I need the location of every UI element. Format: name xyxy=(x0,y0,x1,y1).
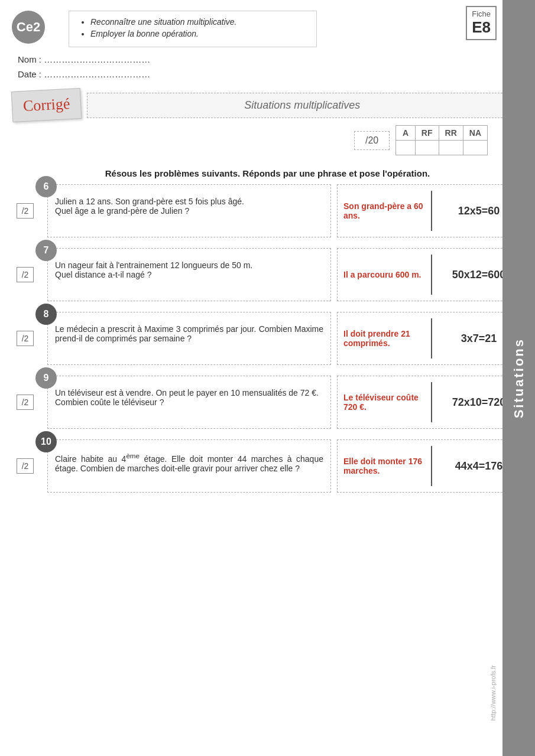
nom-label: Nom : ……………………………… xyxy=(18,54,517,64)
objective-2: Employer la bonne opération. xyxy=(90,29,306,38)
sidebar-label: Situations xyxy=(511,338,527,418)
problem-row-4: 9/2Un téléviseur est à vendre. On peut l… xyxy=(9,376,526,429)
grade-header-a: A xyxy=(396,126,416,141)
grade-cell-na xyxy=(463,141,487,155)
problem-number-3: 8 xyxy=(35,304,57,325)
score-row: /20 A RF RR NA xyxy=(0,120,535,155)
date-label: Date : ……………………………… xyxy=(18,69,517,79)
problem-text-3: Le médecin a prescrit à Maxime 3 comprim… xyxy=(47,312,331,365)
answer-box-3: Il doit prendre 21 comprimés.3x7=21 xyxy=(337,312,526,365)
problem-number-1: 6 xyxy=(35,176,57,197)
problems-section: 6/2Julien a 12 ans. Son grand-père est 5… xyxy=(0,184,535,493)
problem-row-2: 7/2Un nageur fait à l'entrainement 12 lo… xyxy=(9,248,526,301)
problem-number-4: 9 xyxy=(35,367,57,389)
problem-text-5: Claire habite au 4ème étage. Elle doit m… xyxy=(47,439,331,493)
answer-phrase-4: Le téléviseur coûte 720 €. xyxy=(338,376,431,428)
corrige-section: Corrigé Situations multiplicatives xyxy=(0,84,535,120)
problem-number-2: 7 xyxy=(35,240,57,261)
answer-box-2: Il a parcouru 600 m.50x12=600 xyxy=(337,248,526,301)
answer-phrase-1: Son grand-père a 60 ans. xyxy=(338,185,431,237)
grade-cell-a xyxy=(396,141,416,155)
problem-text-4: Un téléviseur est à vendre. On peut le p… xyxy=(47,376,331,429)
problem-row-5: 10/2Claire habite au 4ème étage. Elle do… xyxy=(9,439,526,493)
instructions: Résous les problèmes suivants. Réponds p… xyxy=(18,168,517,178)
answer-phrase-3: Il doit prendre 21 comprimés. xyxy=(338,312,431,364)
section-title: Situations multiplicatives xyxy=(87,93,517,118)
grade-cell-rr xyxy=(439,141,463,155)
objectives-box: Reconnaître une situation multiplicative… xyxy=(69,11,317,47)
problem-row-1: 6/2Julien a 12 ans. Son grand-père est 5… xyxy=(9,184,526,237)
problem-text-2: Un nageur fait à l'entrainement 12 longu… xyxy=(47,248,331,301)
problem-row-3: 8/2Le médecin a prescrit à Maxime 3 comp… xyxy=(9,312,526,365)
grade-table: A RF RR NA xyxy=(395,125,488,155)
sidebar: Situations xyxy=(502,0,535,756)
answer-phrase-5: Elle doit monter 176 marches. xyxy=(338,440,431,492)
corrige-tag: Corrigé xyxy=(11,88,82,122)
grade-cell-rf xyxy=(415,141,439,155)
header: Ce2 Reconnaître une situation multiplica… xyxy=(0,0,535,47)
answer-box-1: Son grand-père a 60 ans.12x5=60 xyxy=(337,184,526,237)
ce2-badge: Ce2 xyxy=(12,11,45,44)
fiche-badge: Fiche E8 xyxy=(466,6,497,40)
problem-text-1: Julien a 12 ans. Son grand-père est 5 fo… xyxy=(47,184,331,237)
problem-number-5: 10 xyxy=(35,431,57,452)
watermark: http://www.i-profs.fr xyxy=(489,665,497,721)
grade-header-rr: RR xyxy=(439,126,463,141)
nom-date-section: Nom : ……………………………… Date : ……………………………… xyxy=(0,47,535,79)
grade-header-rf: RF xyxy=(415,126,439,141)
grade-header-na: NA xyxy=(463,126,487,141)
objective-1: Reconnaître une situation multiplicative… xyxy=(90,17,306,27)
answer-box-4: Le téléviseur coûte 720 €.72x10=720 xyxy=(337,376,526,429)
answer-phrase-2: Il a parcouru 600 m. xyxy=(338,249,431,301)
total-score: /20 xyxy=(354,131,390,150)
answer-box-5: Elle doit monter 176 marches.44x4=176 xyxy=(337,439,526,493)
